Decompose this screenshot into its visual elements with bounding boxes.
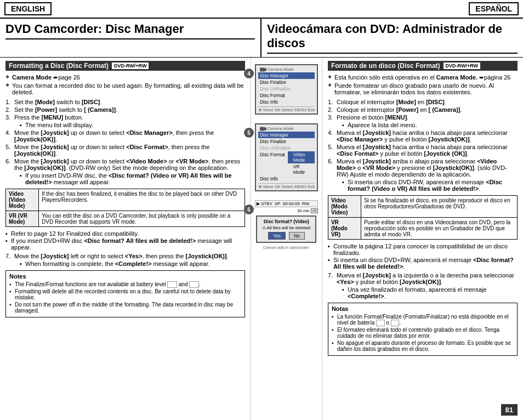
menu-row-with-submenu: Disc Format Video Mode VR Mode	[258, 151, 315, 175]
right-content: Formato de un disco (Disc Format) DVD-RW…	[322, 58, 523, 420]
list-item: Consulte la página 12 para conocer la co…	[328, 243, 518, 256]
list-item: Una vez finalizado el formato, aparecerá…	[342, 286, 518, 299]
list-item: 6.Move the [Joystick] up or down to sele…	[5, 158, 245, 185]
warning-icon: ⚠	[262, 225, 266, 230]
format-dialog: Disc format? (Video) ⚠ All files will be…	[256, 215, 316, 243]
table-cell: VR (VRMode)	[6, 211, 39, 227]
list-item: 4.Mueva el [Joystick] hacia arriba o hac…	[328, 129, 518, 143]
disc-type: RW	[302, 201, 309, 206]
list-item: No apague el aparato durante el proceso …	[332, 340, 514, 352]
menu-item: Disc Manager	[258, 72, 315, 79]
list-item: 7.Mueva el [Joystick] a la izquierda o a…	[328, 272, 518, 299]
dialog-buttons: Yes No	[259, 232, 313, 240]
center-screens: 4 Camera Mode Disc Manager Disc Finalize…	[251, 58, 322, 420]
menu-item: Disc Format	[258, 92, 315, 99]
list-item: Si inserta un disco DVD-RW, aparecerá el…	[342, 179, 518, 192]
dialog-msg: ⚠ All files will be deleted!	[259, 225, 313, 230]
svg-rect-2	[260, 127, 265, 130]
status-bar: ▶ STBY SP 00:00:00 RW	[255, 200, 318, 207]
left-dvd-badge: DVD-RW/+RW	[112, 63, 149, 69]
submenu: Video Mode VR Mode	[288, 151, 315, 175]
main-title-left: DVD Camcorder: Disc Manager	[5, 22, 255, 39]
camera-mode-label: Camera Mode	[258, 126, 315, 132]
step5-circle: 5	[244, 128, 254, 138]
notas-section: Notas La función Format/Finalize (Format…	[328, 303, 518, 356]
list-item: You can format a recorded disc to be use…	[5, 82, 245, 95]
list-item: Esta función sólo está operativa en el C…	[328, 74, 518, 81]
notes-title: Notes	[9, 273, 241, 280]
right-section-title: Formato de un disco (Disc Format)	[331, 62, 440, 70]
table-cell: Puede editar el disco en una Videocámara…	[361, 218, 517, 240]
list-item: Do not turn the power off in the middle …	[9, 302, 241, 314]
submenu-item: VR Mode	[288, 163, 315, 175]
step4-circle: 4	[244, 69, 254, 78]
screen6-wrapper: 6 ▶ STBY SP 00:00:00 RW 30 min VR Disc f…	[255, 200, 318, 250]
list-item: El formateo eliminará todo el contenido …	[332, 327, 514, 339]
menu-item: Disc Info	[258, 175, 315, 182]
page-number: 81	[501, 404, 518, 416]
list-item: Aparece la lista del menú.	[342, 122, 518, 128]
list-item: 2.Set the [Power] switch to [ (Camera)].	[5, 106, 245, 113]
list-item: Si inserta un disco DVD+RW, aparecerá el…	[328, 257, 518, 270]
header-row: ENGLISH ESPAÑOL	[0, 0, 523, 19]
left-step7: 7.Move the [Joystick] left or right to s…	[5, 253, 245, 267]
right-section-header: Formato de un disco (Disc Format) DVD-RW…	[328, 61, 518, 71]
notes-section: Notes The Finalize/Format functions are …	[5, 270, 245, 317]
list-item: 6.Mueva el [Joystick] arriba o abajo par…	[328, 158, 518, 192]
list-item: 3.Press the [MENU] button. The menu list…	[5, 114, 245, 128]
notas-list: La función Format/Finalize (Formato/Fina…	[332, 314, 514, 352]
left-section-header: Formatting a Disc (Disc Format) DVD-RW/+…	[5, 61, 245, 71]
cannot-edit-warning: Cannot edit in camcorder.	[255, 245, 318, 250]
svg-rect-0	[260, 67, 265, 71]
yes-button[interactable]: Yes	[268, 232, 286, 240]
right-dvd-badge: DVD-RW/+RW	[444, 63, 480, 69]
list-item: When formatting is complete, the <Comple…	[20, 260, 245, 267]
resolution: SP	[275, 201, 281, 206]
notas-title: Notas	[332, 305, 514, 312]
list-item: 5.Move the [Joystick] up or down to sele…	[5, 144, 245, 157]
list-item: 7.Move the [Joystick] left or right to s…	[5, 253, 245, 267]
submenu-item: Video Mode	[288, 151, 315, 163]
screen4-wrapper: 4 Camera Mode Disc Manager Disc Finalize…	[255, 64, 318, 115]
step6-circle: 6	[244, 205, 254, 214]
menu-item: Disc Format	[258, 151, 287, 175]
dialog-title: Disc format? (Video)	[259, 219, 313, 224]
list-item: 2.Coloque el interruptor [Power] en [ (C…	[328, 106, 518, 113]
list-item: If you insert DVD-RW disc, the <Disc for…	[20, 172, 245, 185]
menu-item: Disc Unfinalize	[258, 86, 315, 92]
menu-item: Disc Finalize	[258, 138, 315, 145]
screen-controls: ⊕ MoveOK SelectMENU Exit	[258, 183, 315, 189]
no-button[interactable]: No	[289, 232, 305, 240]
list-item: 3.Presione el botón [MENU]. Aparece la l…	[328, 114, 518, 128]
left-steps: 1.Set the [Mode] switch to [DISC]. 2.Set…	[5, 99, 245, 185]
screen-title: Camera Mode	[268, 67, 294, 72]
svg-marker-1	[265, 68, 266, 71]
table-cell: VR(ModoVR)	[328, 218, 361, 240]
camera-mode-label: Camera Mode	[258, 66, 315, 72]
title-row: DVD Camcorder: Disc Manager Videocámara …	[0, 19, 523, 58]
right-step7: 7.Mueva el [Joystick] a la izquierda o a…	[328, 272, 518, 299]
menu-item: Disc Unfinalize	[258, 145, 315, 151]
list-item: 5.Mueva el [Joystick] hacia arriba o hac…	[328, 144, 518, 157]
time-remaining: 30 min VR	[255, 208, 318, 213]
rec-indicator: ▶ STBY	[257, 201, 272, 206]
right-mode-table: Video(ModoVideo) Si se ha finalizado el …	[328, 195, 518, 240]
list-item: The menu list will display.	[20, 122, 245, 128]
list-item: Camera Mode ➨page 26	[5, 74, 245, 81]
english-label: ENGLISH	[4, 2, 52, 15]
page: ENGLISH ESPAÑOL DVD Camcorder: Disc Mana…	[0, 0, 523, 420]
table-cell: If the disc has been finalized, it enabl…	[39, 189, 245, 211]
main-title-right: Videocámara con DVD: Administrador de di…	[267, 22, 518, 54]
menu-item: Disc Manager	[258, 132, 315, 138]
right-steps: 1.Coloque el interruptor [Mode] en [DISC…	[328, 99, 518, 192]
list-item: Formatting will delete all the recorded …	[9, 288, 241, 300]
time: 00:00:00	[283, 201, 300, 206]
left-content: Formatting a Disc (Disc Format) DVD-RW/+…	[0, 58, 251, 420]
menu-item: Disc Finalize	[258, 79, 315, 86]
list-item: 1.Set the [Mode] switch to [DISC].	[5, 99, 245, 105]
menu-item: Disc Info	[258, 99, 315, 105]
table-cell: Video(ModoVideo)	[328, 196, 361, 218]
list-item: 4.Move the [Joystick] up or down to sele…	[5, 129, 245, 143]
screen6: ▶ STBY SP 00:00:00 RW 30 min VR Disc for…	[255, 200, 318, 250]
right-bullet-list: Esta función sólo está operativa en el C…	[328, 74, 518, 95]
